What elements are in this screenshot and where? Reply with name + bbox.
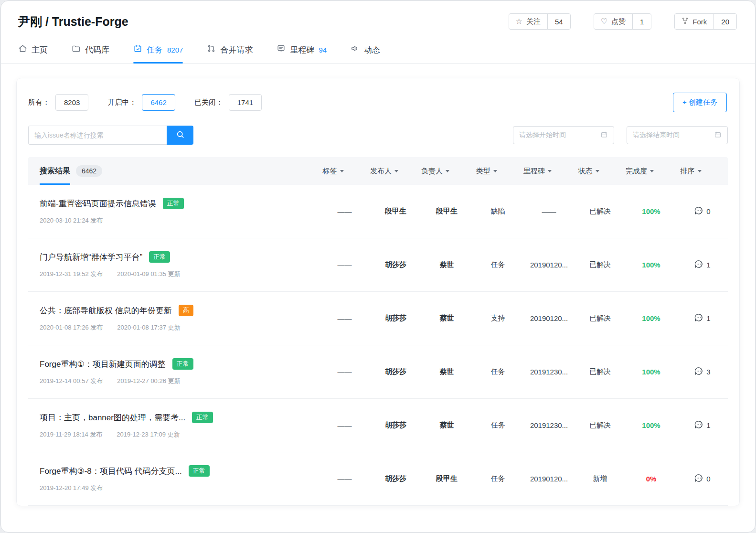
task-type: 任务 — [472, 474, 523, 483]
task-comments[interactable]: 1 — [677, 259, 728, 270]
column-type[interactable]: 类型 — [461, 167, 512, 176]
tab-milestones[interactable]: 里程碑 94 — [277, 44, 327, 63]
comment-count: 0 — [706, 207, 710, 215]
app-window: 尹刚 / Trustie-Forge ☆ 关注 54 ♡ 点赞 1 — [0, 0, 756, 533]
comment-count: 3 — [706, 368, 710, 376]
column-sort[interactable]: 排序 — [665, 167, 716, 176]
task-comments[interactable]: 1 — [677, 420, 728, 431]
create-issue-button[interactable]: + 创建任务 — [673, 93, 727, 112]
calendar-icon — [600, 131, 608, 140]
watch-button[interactable]: ☆ 关注 54 — [509, 13, 571, 30]
task-published-date: 2019-11-29 18:14 发布 — [40, 430, 102, 439]
task-comments[interactable]: 0 — [677, 473, 728, 484]
task-main: 前端-重置密码页面提示信息错误 正常 2020-03-10 21:24 发布 — [40, 198, 319, 225]
task-milestone: 20190120... — [523, 261, 575, 269]
tab-merge-requests[interactable]: 合并请求 — [207, 44, 253, 63]
column-tag[interactable]: 标签 — [308, 167, 359, 176]
tab-repository[interactable]: 代码库 — [72, 44, 109, 63]
task-main: Forge重构③-8：项目代码 代码分支页... 正常 2019-12-20 1… — [40, 465, 319, 492]
task-title[interactable]: 项目：主页，banner图的处理，需要考... — [40, 412, 185, 423]
task-publisher[interactable]: 胡莎莎 — [370, 421, 421, 430]
fork-label: Fork — [692, 18, 707, 26]
tab-issues[interactable]: 任务 8207 — [133, 44, 183, 63]
task-publisher[interactable]: 胡莎莎 — [370, 474, 421, 483]
filter-open-count[interactable]: 6462 — [142, 94, 175, 111]
task-title[interactable]: Forge重构①：项目新建页面的调整 — [40, 359, 166, 370]
end-date-picker[interactable]: 请选择结束时间 — [627, 126, 728, 144]
task-publisher[interactable]: 段甲生 — [370, 207, 421, 216]
task-publisher[interactable]: 胡莎莎 — [370, 260, 421, 269]
task-row[interactable]: 前端-重置密码页面提示信息错误 正常 2020-03-10 21:24 发布 —… — [28, 185, 728, 238]
task-title[interactable]: Forge重构③-8：项目代码 代码分支页... — [40, 466, 182, 477]
watch-count[interactable]: 54 — [547, 14, 570, 29]
task-dates: 2019-12-20 17:49 发布 — [40, 484, 314, 492]
task-published-date: 2019-12-31 19:52 发布 — [40, 270, 103, 278]
task-row[interactable]: Forge重构③-8：项目代码 代码分支页... 正常 2019-12-20 1… — [28, 452, 728, 506]
caret-down-icon — [548, 170, 552, 174]
comment-icon — [694, 473, 703, 484]
filter-all-count[interactable]: 8203 — [55, 94, 88, 111]
task-columns: —— 胡莎莎 蔡世 任务 20191230... 已解决 100% 3 — [319, 366, 728, 377]
column-progress[interactable]: 完成度 — [614, 167, 665, 176]
task-comments[interactable]: 1 — [677, 313, 728, 324]
like-count[interactable]: 1 — [632, 14, 651, 29]
task-assignee[interactable]: 蔡世 — [421, 367, 472, 376]
task-tag: —— — [319, 261, 370, 269]
task-row[interactable]: 项目：主页，banner图的处理，需要考... 正常 2019-11-29 18… — [28, 399, 728, 452]
task-milestone: 20190120... — [523, 314, 575, 322]
task-published-date: 2020-03-10 21:24 发布 — [40, 216, 103, 225]
task-row[interactable]: 门户导航新增“群体学习平台” 正常 2019-12-31 19:52 发布 20… — [28, 238, 728, 292]
fork-button[interactable]: Fork 20 — [674, 13, 737, 30]
task-assignee[interactable]: 段甲生 — [421, 207, 472, 216]
like-button[interactable]: ♡ 点赞 1 — [594, 13, 652, 30]
task-columns: —— 胡莎莎 蔡世 任务 20191230... 已解决 100% 1 — [319, 420, 728, 431]
filter-closed-label: 已关闭： — [194, 98, 223, 107]
task-publisher[interactable]: 胡莎莎 — [370, 367, 421, 376]
task-title[interactable]: 前端-重置密码页面提示信息错误 — [40, 198, 156, 209]
task-progress: 100% — [626, 368, 677, 376]
task-main: Forge重构①：项目新建页面的调整 正常 2019-12-14 00:57 发… — [40, 358, 319, 385]
column-publisher[interactable]: 发布人 — [359, 167, 410, 176]
task-priority-badge: 正常 — [172, 358, 193, 370]
task-assignee[interactable]: 段甲生 — [421, 474, 472, 483]
task-assignee[interactable]: 蔡世 — [421, 314, 472, 323]
column-status[interactable]: 状态 — [563, 167, 614, 176]
task-progress: 100% — [626, 207, 677, 215]
task-progress: 0% — [626, 475, 677, 483]
task-title[interactable]: 门户导航新增“群体学习平台” — [40, 252, 142, 263]
heart-icon: ♡ — [601, 18, 607, 25]
tab-milestones-label: 里程碑 — [290, 44, 314, 55]
task-published-date: 2019-12-20 17:49 发布 — [40, 484, 103, 492]
filter-closed-count[interactable]: 1741 — [229, 94, 262, 111]
task-title[interactable]: 公共：底部导航版权 信息的年份更新 — [40, 305, 172, 316]
column-assignee[interactable]: 负责人 — [410, 167, 461, 176]
task-comments[interactable]: 3 — [677, 366, 728, 377]
task-assignee[interactable]: 蔡世 — [421, 421, 472, 430]
fork-count[interactable]: 20 — [713, 14, 736, 29]
task-tag: —— — [319, 368, 370, 376]
task-row[interactable]: 公共：底部导航版权 信息的年份更新 高 2020-01-08 17:26 发布 … — [28, 292, 728, 345]
tab-activity[interactable]: 动态 — [351, 44, 380, 63]
date-filters: 请选择开始时间 请选择结束时间 — [513, 126, 728, 144]
start-date-picker[interactable]: 请选择开始时间 — [513, 126, 614, 144]
task-updated-date: 2019-12-23 17:09 更新 — [117, 430, 180, 439]
task-publisher[interactable]: 胡莎莎 — [370, 314, 421, 323]
tab-activity-label: 动态 — [364, 44, 380, 55]
like-label: 点赞 — [611, 17, 626, 26]
tab-issues-count: 8207 — [167, 46, 183, 54]
task-columns: —— 段甲生 段甲生 缺陷 —— 已解决 100% 0 — [319, 206, 728, 217]
comment-icon — [694, 366, 703, 377]
task-row[interactable]: Forge重构①：项目新建页面的调整 正常 2019-12-14 00:57 发… — [28, 345, 728, 399]
filter-open-label: 开启中： — [107, 98, 136, 107]
task-main: 公共：底部导航版权 信息的年份更新 高 2020-01-08 17:26 发布 … — [40, 305, 319, 332]
search-button[interactable] — [167, 126, 193, 145]
task-tag: —— — [319, 475, 370, 483]
fork-icon — [681, 17, 689, 26]
tab-home[interactable]: 主页 — [18, 44, 48, 63]
task-milestone: 20190120... — [523, 475, 575, 483]
search-input[interactable] — [28, 126, 167, 145]
column-milestone[interactable]: 里程碑 — [512, 167, 563, 176]
task-comments[interactable]: 0 — [677, 206, 728, 217]
search-results-tab[interactable]: 搜索结果 — [40, 157, 70, 185]
task-assignee[interactable]: 蔡世 — [421, 260, 472, 269]
